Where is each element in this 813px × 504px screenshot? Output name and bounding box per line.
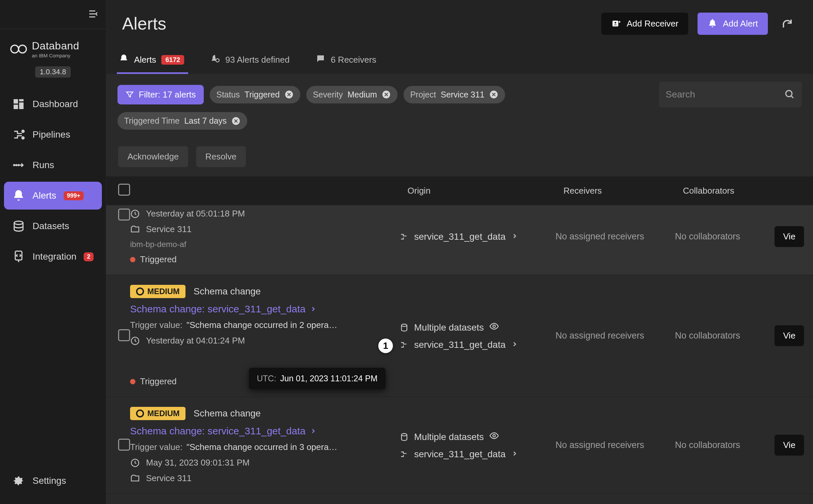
tab-alerts[interactable]: Alerts 6172 [117, 47, 188, 74]
eye-icon[interactable] [489, 321, 499, 334]
version-badge: 1.0.34.8 [35, 66, 71, 78]
close-icon[interactable] [489, 90, 498, 99]
tab-label: 93 Alerts defined [225, 55, 290, 65]
alerts-list: Yesterday at 05:01:18 PM Service 311 ibm… [106, 205, 813, 504]
alert-title-link[interactable]: Schema change: service_311_get_data [130, 303, 400, 315]
origin-pipeline[interactable]: service_311_get_data [400, 340, 555, 350]
svg-rect-3 [19, 99, 24, 101]
svg-rect-2 [14, 99, 18, 103]
origin-pipeline[interactable]: service_311_get_data [400, 449, 555, 460]
view-button[interactable]: Vie [775, 325, 804, 346]
page-title: Alerts [122, 14, 601, 33]
collaborators-value: No collaborators [675, 440, 740, 450]
sidebar-item-label: Integration [32, 251, 76, 262]
svg-rect-5 [14, 105, 18, 109]
brand: Databand an IBM Company [0, 29, 106, 63]
sidebar-item-datasets[interactable]: Datasets [4, 212, 102, 240]
alert-type: Schema change [193, 408, 261, 419]
tab-receivers[interactable]: 6 Receivers [314, 47, 380, 74]
column-collaborators: Collaborators [683, 186, 782, 196]
status-dot-icon [130, 257, 135, 262]
main-content: Alerts Add Receiver Add Alert [106, 0, 813, 504]
sidebar-nav: Dashboard Pipelines Runs Alerts 999+ [0, 88, 106, 504]
button-label: Add Receiver [627, 19, 678, 29]
close-icon[interactable] [231, 116, 241, 126]
tab-alerts-defined[interactable]: 93 Alerts defined [208, 47, 294, 74]
alert-type: Schema change [193, 286, 261, 297]
sidebar-item-integration[interactable]: Integration 2 [4, 243, 102, 271]
add-alert-button[interactable]: Add Alert [698, 13, 768, 35]
svg-point-7 [22, 137, 24, 139]
row-checkbox[interactable] [118, 439, 130, 451]
filter-chip-status[interactable]: Status Triggered [210, 86, 300, 103]
svg-point-8 [14, 164, 15, 165]
svg-point-19 [786, 91, 792, 97]
alert-env: ibm-bp-demo-af [130, 240, 400, 249]
svg-point-14 [615, 22, 616, 24]
dashboard-icon [12, 97, 25, 111]
alert-row: Yesterday at 05:01:18 PM Service 311 ibm… [106, 205, 813, 275]
alert-project: Service 311 [130, 473, 400, 483]
search-input[interactable] [666, 89, 784, 100]
severity-badge: MEDIUM [130, 407, 185, 420]
resolve-button[interactable]: Resolve [196, 146, 246, 167]
filter-summary-button[interactable]: Filter: 17 alerts [117, 85, 204, 104]
origin-datasets[interactable]: Multiple datasets [400, 431, 555, 443]
svg-point-1 [19, 45, 26, 53]
svg-point-0 [11, 45, 19, 53]
alert-status: Triggered [130, 254, 400, 265]
sidebar-item-settings[interactable]: Settings [4, 467, 102, 495]
sidebar-item-label: Alerts [32, 190, 56, 201]
column-receivers: Receivers [563, 186, 683, 196]
refresh-button[interactable] [777, 14, 797, 33]
trigger-value: Trigger value: "Schema change occurred i… [130, 442, 400, 452]
collaborators-value: No collaborators [675, 331, 740, 341]
view-button[interactable]: Vie [775, 435, 804, 456]
svg-point-24 [493, 325, 495, 328]
origin-pipeline[interactable]: service_311_get_data [400, 231, 555, 242]
alert-project: Service 311 [130, 224, 400, 234]
svg-point-23 [402, 324, 407, 326]
sidebar-item-label: Dashboard [32, 99, 78, 109]
svg-point-27 [493, 434, 495, 437]
origin-datasets[interactable]: Multiple datasets [400, 321, 555, 334]
eye-icon[interactable] [489, 431, 499, 443]
acknowledge-button[interactable]: Acknowledge [118, 146, 188, 167]
alert-timestamp: Yesterday at 04:01:24 PM [130, 336, 400, 346]
integration-icon [12, 250, 25, 263]
select-all-checkbox[interactable] [118, 184, 130, 196]
sidebar-item-dashboard[interactable]: Dashboard [4, 90, 102, 118]
sidebar-item-pipelines[interactable]: Pipelines [4, 121, 102, 149]
view-button[interactable]: Vie [775, 226, 804, 247]
filter-chip-triggered-time[interactable]: Triggered Time Last 7 days [117, 112, 247, 130]
filter-chip-project[interactable]: Project Service 311 [404, 86, 505, 103]
bell-gear-icon [210, 54, 220, 66]
alerts-count-badge: 999+ [64, 191, 84, 200]
sidebar-item-alerts[interactable]: Alerts 999+ [4, 182, 102, 210]
svg-point-11 [14, 221, 23, 224]
gear-icon [12, 474, 25, 487]
sidebar-item-label: Datasets [32, 221, 69, 231]
svg-rect-4 [19, 102, 24, 109]
sidebar-item-label: Pipelines [32, 129, 70, 140]
pipelines-icon [12, 128, 25, 141]
receivers-value: No assigned receivers [555, 231, 644, 241]
row-checkbox[interactable] [118, 209, 130, 221]
row-checkbox[interactable] [118, 329, 130, 341]
tab-label: Alerts [134, 55, 156, 65]
alert-row: MEDIUM Schema change Schema change: serv… [106, 275, 813, 397]
close-icon[interactable] [284, 90, 294, 99]
integration-count-badge: 2 [84, 252, 94, 261]
svg-point-10 [18, 164, 19, 165]
sidebar-item-label: Settings [32, 475, 66, 486]
sidebar-item-runs[interactable]: Runs [4, 151, 102, 179]
collapse-menu-icon[interactable] [87, 8, 99, 21]
tab-alerts-badge: 6172 [161, 55, 184, 65]
message-icon [316, 54, 326, 66]
add-receiver-button[interactable]: Add Receiver [601, 13, 688, 35]
tab-label: 6 Receivers [331, 55, 376, 65]
svg-point-9 [16, 164, 17, 165]
alert-title-link[interactable]: Schema change: service_311_get_data [130, 425, 400, 437]
filter-chip-severity[interactable]: Severity Medium [306, 86, 398, 103]
close-icon[interactable] [382, 90, 391, 99]
